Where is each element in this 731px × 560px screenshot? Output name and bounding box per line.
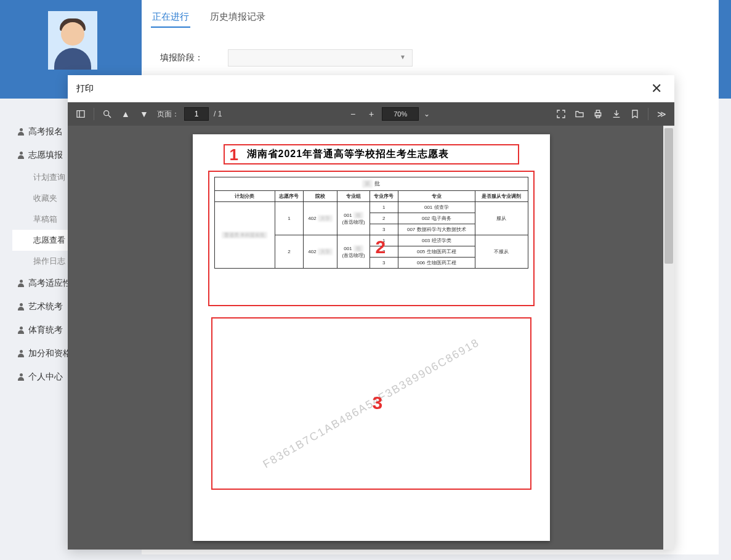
cell-major: 003 经济学类 [398, 235, 475, 246]
close-button[interactable]: ✕ [647, 81, 666, 97]
th-school: 院校 [303, 191, 337, 202]
tab-current[interactable]: 正在进行 [151, 7, 190, 28]
cell-adjust: 服从 [475, 202, 528, 235]
tab-history[interactable]: 历史填报记录 [209, 7, 267, 28]
cell-major: 001 侦查学 [398, 202, 475, 213]
cell-majidx: 3 [370, 224, 398, 235]
person-icon [17, 303, 25, 310]
cell-majidx: 3 [370, 258, 398, 269]
search-icon[interactable] [99, 106, 115, 122]
prev-page-icon[interactable]: ▲ [118, 106, 134, 122]
sidebar-item-label: 个人中心 [28, 371, 63, 383]
person-icon [17, 128, 25, 136]
cell-school: 402 大学 [303, 235, 337, 269]
stage-field-row: 填报阶段： [160, 49, 413, 67]
person-icon [17, 152, 25, 159]
modal-title: 打印 [76, 83, 94, 94]
person-icon [17, 373, 25, 381]
scroll-thumb[interactable] [664, 128, 673, 264]
stage-label: 填报阶段： [160, 52, 203, 63]
sidebar-item-label: 高考报名 [28, 126, 63, 137]
th-major: 专业 [398, 191, 475, 202]
page-input[interactable] [184, 107, 209, 121]
sidebar-item-label: 加分和资格 [28, 348, 71, 359]
zoom-out-icon[interactable]: − [345, 106, 361, 122]
cell-majidx: 1 [370, 202, 398, 213]
stage-select[interactable] [228, 49, 413, 67]
zoom-select[interactable]: 70% [382, 107, 419, 121]
download-icon[interactable] [608, 106, 624, 122]
pdf-page: 1 湖南省2021年普通高等学校招生考生志愿表 2 第 批 计划分类 志愿序号 … [193, 134, 550, 541]
cell-volindex: 2 [275, 235, 303, 269]
annotation-box-1: 1 湖南省2021年普通高等学校招生考生志愿表 [224, 144, 519, 164]
annotation-number: 1 [230, 145, 238, 164]
watermark-text: F8361B7C1AB486A54F3B389906C86918 [260, 336, 482, 471]
next-page-icon[interactable]: ▼ [136, 106, 152, 122]
volunteer-table: 第 批 计划分类 志愿序号 院校 专业组 专业序号 专业 是否服从专业调剂 普通… [214, 177, 528, 269]
sidebar-item-label: 志愿填报 [28, 150, 63, 161]
scrollbar[interactable] [663, 126, 674, 550]
avatar [48, 11, 97, 70]
cell-major: 007 数据科学与大数据技术 [398, 224, 475, 235]
more-tools-icon[interactable]: ≫ [653, 106, 669, 122]
svg-point-0 [104, 111, 109, 116]
person-icon [17, 280, 25, 287]
sidebar-item-label: 高考适应性 [28, 278, 71, 289]
cell-school: 402 大学 [303, 202, 337, 235]
sidebar-toggle-icon[interactable] [73, 106, 89, 122]
modal-header: 打印 ✕ [68, 75, 674, 102]
cell-plan: 普通类 本科提前批 [214, 202, 275, 269]
person-icon [17, 327, 25, 334]
annotation-box-3: F8361B7C1AB486A54F3B389906C86918 3 [211, 317, 531, 490]
annotation-box-2: 2 第 批 计划分类 志愿序号 院校 专业组 专业序号 专业 是否服从专业调剂 … [208, 171, 535, 306]
svg-rect-3 [596, 110, 599, 113]
cell-major: 006 生物医药工程 [398, 258, 475, 269]
print-modal: 打印 ✕ ▲ ▼ 页面： / 1 − + 70% ⌄ [68, 75, 674, 550]
cell-volindex: 1 [275, 202, 303, 235]
zoom-dropdown-icon[interactable]: ⌄ [421, 110, 432, 118]
svg-line-1 [108, 115, 111, 118]
th-group: 专业组 [337, 191, 370, 202]
person-icon [17, 350, 25, 357]
fullscreen-icon[interactable] [553, 106, 569, 122]
pdf-toolbar: ▲ ▼ 页面： / 1 − + 70% ⌄ ≫ [68, 102, 674, 126]
print-icon[interactable] [590, 106, 606, 122]
th-volindex: 志愿序号 [275, 191, 303, 202]
th-majindex: 专业序号 [370, 191, 398, 202]
th-plan: 计划分类 [214, 191, 275, 202]
bookmark-icon[interactable] [627, 106, 643, 122]
th-adjust: 是否服从专业调剂 [475, 191, 528, 202]
cell-major: 005 生物医药工程 [398, 246, 475, 258]
top-tabs: 正在进行 历史填报记录 [151, 7, 267, 28]
page-total: / 1 [211, 110, 224, 118]
cell-adjust: 不服从 [475, 235, 528, 269]
sidebar-item-label: 体育统考 [28, 325, 63, 336]
document-title: 湖南省2021年普通高等学校招生考生志愿表 [247, 148, 450, 159]
cell-major: 002 电子商务 [398, 213, 475, 224]
annotation-number: 3 [373, 392, 383, 413]
open-file-icon[interactable] [571, 106, 588, 122]
annotation-number: 2 [376, 237, 386, 258]
page-label: 页面： [155, 109, 182, 120]
cell-majidx: 2 [370, 213, 398, 224]
zoom-in-icon[interactable]: + [363, 106, 379, 122]
cell-group: 001 组(首选物理) [337, 202, 370, 235]
cell-group: 001 组(首选物理) [337, 235, 370, 269]
pdf-viewport[interactable]: 1 湖南省2021年普通高等学校招生考生志愿表 2 第 批 计划分类 志愿序号 … [68, 126, 674, 550]
sidebar-item-label: 艺术统考 [28, 301, 63, 312]
